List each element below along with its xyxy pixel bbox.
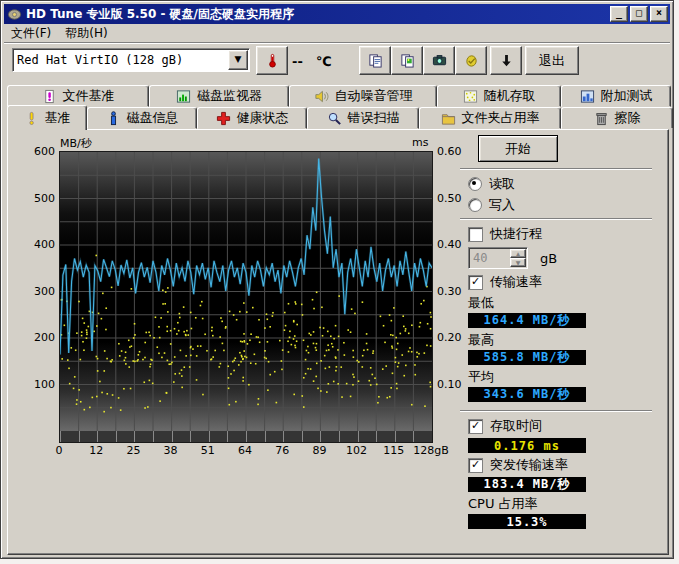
- x-tick: 0: [56, 444, 63, 457]
- tab-acoustic-management[interactable]: 自动噪音管理: [289, 85, 437, 107]
- transfer-rate-checkbox[interactable]: [468, 275, 483, 290]
- tab-label: 自动噪音管理: [335, 87, 413, 105]
- separator: [460, 168, 652, 170]
- tab-extra-tests[interactable]: 附加测试: [561, 85, 671, 107]
- x-tick: 64: [238, 444, 252, 457]
- spinner-up-icon[interactable]: ▲: [510, 249, 526, 258]
- tab-disk-info[interactable]: 磁盘信息: [87, 107, 197, 129]
- random-access-icon: [463, 89, 478, 104]
- read-radio-row[interactable]: 读取: [468, 175, 660, 193]
- y-right-tick: 0.30: [437, 285, 462, 298]
- disk-info-icon: [106, 111, 121, 126]
- screenshot-button[interactable]: [423, 46, 455, 75]
- y-right-axis-title: ms: [412, 136, 428, 149]
- x-tick: 76: [275, 444, 289, 457]
- start-button[interactable]: 开始: [478, 135, 558, 162]
- transfer-rate-row[interactable]: 传输速率: [468, 273, 660, 291]
- y-left-tick: 500: [34, 192, 55, 205]
- short-stroke-row[interactable]: 快捷行程: [468, 225, 660, 243]
- y-right-tick: 0.20: [437, 331, 462, 344]
- menu-help[interactable]: 帮助(H): [58, 24, 114, 43]
- menu-file[interactable]: 文件(F): [4, 24, 58, 43]
- benchmark-settings-panel: 开始 读取 写入 快捷行程 40 ▲ ▼: [460, 132, 660, 531]
- temperature-button[interactable]: [256, 46, 288, 75]
- temperature-value: --: [292, 54, 303, 69]
- title-bar[interactable]: HD Tune 专业版 5.50 - 硬盘/固态硬盘实用程序 _ □ ×: [4, 4, 670, 24]
- tab-erase[interactable]: 擦除: [561, 107, 673, 129]
- y-right-tick: 0.40: [437, 238, 462, 251]
- tab-label: 健康状态: [237, 109, 289, 127]
- tab-error-scan[interactable]: 错误扫描: [307, 107, 419, 129]
- benchmark-icon: [24, 111, 39, 126]
- short-stroke-unit: gB: [540, 251, 557, 266]
- burst-rate-checkbox[interactable]: [468, 458, 483, 473]
- save-results-button[interactable]: [455, 46, 487, 75]
- avg-value-display: 343.6 MB/秒: [468, 387, 586, 402]
- temperature-unit: ℃: [316, 54, 332, 69]
- separator: [460, 410, 652, 412]
- copy-image-button[interactable]: [391, 46, 423, 75]
- write-radio[interactable]: [468, 198, 482, 212]
- min-value-display: 164.4 MB/秒: [468, 313, 586, 328]
- close-button[interactable]: ×: [650, 6, 668, 22]
- write-radio-label: 写入: [489, 196, 515, 214]
- app-icon: [7, 7, 22, 22]
- desktop: HD Tune 专业版 5.50 - 硬盘/固态硬盘实用程序 _ □ × 文件(…: [0, 0, 679, 564]
- benchmark-plot-svg: [60, 152, 432, 431]
- acoustic-management-icon: [314, 89, 329, 104]
- tab-file-benchmark[interactable]: 文件基准: [7, 85, 149, 107]
- copy-text-button[interactable]: [359, 46, 391, 75]
- drive-select-value: Red Hat VirtIO (128 gB): [13, 53, 227, 67]
- y-left-tick: 300: [34, 285, 55, 298]
- y-left-tick: 100: [34, 378, 55, 391]
- plot-area: [59, 151, 433, 432]
- hand-icon: [464, 53, 479, 68]
- y-left-tick: 600: [34, 145, 55, 158]
- y-left-tick: 200: [34, 331, 55, 344]
- burst-rate-row[interactable]: 突发传输速率: [468, 456, 660, 474]
- minimize-button[interactable]: _: [610, 6, 628, 22]
- thermometer-icon: [265, 53, 280, 68]
- tab-health[interactable]: 健康状态: [197, 107, 307, 129]
- tab-label: 文件夹占用率: [462, 109, 540, 127]
- x-tick: 51: [201, 444, 215, 457]
- tab-folder-usage[interactable]: 文件夹占用率: [419, 107, 561, 129]
- file-benchmark-icon: [42, 89, 57, 104]
- short-stroke-size-input[interactable]: 40 ▲ ▼: [468, 247, 528, 269]
- cpu-usage-label: CPU 占用率: [468, 495, 660, 513]
- menu-bar: 文件(F) 帮助(H): [4, 24, 670, 42]
- access-time-label: 存取时间: [490, 417, 542, 435]
- maximize-button[interactable]: □: [630, 6, 648, 22]
- chevron-down-icon[interactable]: ▼: [228, 50, 248, 70]
- max-value-display: 585.8 MB/秒: [468, 350, 586, 365]
- read-radio-label: 读取: [489, 175, 515, 193]
- access-time-checkbox[interactable]: [468, 419, 483, 434]
- down-arrow-icon: [499, 53, 514, 68]
- x-tick: 128gB: [413, 444, 449, 457]
- spinner-down-icon[interactable]: ▼: [510, 258, 526, 267]
- disk-monitor-icon: [176, 89, 191, 104]
- download-button[interactable]: [490, 46, 522, 75]
- x-axis-tick-labels: 012253851647689102115128gB: [59, 444, 431, 458]
- drive-select[interactable]: Red Hat VirtIO (128 gB) ▼: [12, 48, 250, 72]
- avg-label: 平均: [468, 368, 660, 386]
- tab-disk-monitor[interactable]: 磁盘监视器: [149, 85, 289, 107]
- extra-tests-icon: [580, 89, 595, 104]
- hdtune-window: HD Tune 专业版 5.50 - 硬盘/固态硬盘实用程序 _ □ × 文件(…: [0, 0, 674, 559]
- short-stroke-checkbox[interactable]: [468, 227, 483, 242]
- write-radio-row[interactable]: 写入: [468, 196, 660, 214]
- access-time-display: 0.176 ms: [468, 438, 586, 453]
- read-radio[interactable]: [468, 177, 482, 191]
- tab-label: 基准: [45, 109, 71, 127]
- tab-random-access[interactable]: 随机存取: [437, 85, 561, 107]
- y-right-tick: 0.50: [437, 192, 462, 205]
- access-time-row[interactable]: 存取时间: [468, 417, 660, 435]
- tab-benchmark[interactable]: 基准: [7, 105, 87, 130]
- camera-icon: [432, 53, 447, 68]
- burst-rate-label: 突发传输速率: [490, 456, 568, 474]
- exit-button[interactable]: 退出: [525, 46, 579, 75]
- short-stroke-label: 快捷行程: [490, 225, 542, 243]
- tab-label: 磁盘信息: [127, 109, 179, 127]
- benchmark-chart: MB/秒 ms 600500400300200100 0.600.500.400…: [8, 130, 468, 554]
- cpu-usage-display: 15.3%: [468, 514, 586, 529]
